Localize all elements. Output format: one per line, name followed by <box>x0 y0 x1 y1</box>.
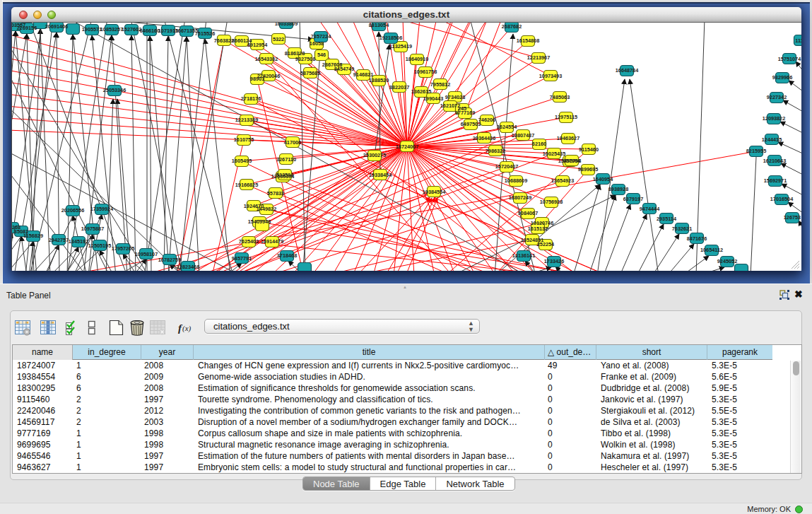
svg-text:9227342: 9227342 <box>767 94 787 100</box>
svg-text:15692971: 15692971 <box>764 177 787 184</box>
svg-text:18724007: 18724007 <box>396 144 418 150</box>
svg-text:1527602: 1527602 <box>122 26 141 33</box>
svg-text:15720407: 15720407 <box>495 163 518 170</box>
svg-text:2867608: 2867608 <box>322 62 342 68</box>
svg-text:20206556: 20206556 <box>61 207 84 214</box>
svg-text:12213967: 12213967 <box>527 54 550 61</box>
svg-text:16648784: 16648784 <box>616 67 639 74</box>
svg-text:7955812: 7955812 <box>430 81 450 88</box>
svg-text:62160: 62160 <box>532 141 546 147</box>
svg-text:8822037: 8822037 <box>389 84 409 90</box>
svg-text:10958107: 10958107 <box>135 251 158 257</box>
svg-text:10654112: 10654112 <box>700 247 723 253</box>
svg-text:3267110: 3267110 <box>276 156 296 163</box>
svg-text:10973493: 10973493 <box>539 73 562 79</box>
svg-text:18640910: 18640910 <box>406 56 428 62</box>
svg-text:1362615: 1362615 <box>411 88 431 95</box>
svg-text:11325419: 11325419 <box>389 43 412 49</box>
svg-text:2687682: 2687682 <box>502 23 522 30</box>
svg-text:2935114: 2935114 <box>657 216 677 222</box>
svg-text:12975115: 12975115 <box>555 114 577 120</box>
svg-text:9899695: 9899695 <box>578 166 598 173</box>
svg-text:17016504: 17016504 <box>770 196 794 202</box>
svg-text:9084067: 9084067 <box>518 210 538 216</box>
svg-text:1605495: 1605495 <box>232 158 252 164</box>
svg-text:6379197: 6379197 <box>623 196 643 202</box>
svg-text:19166825: 19166825 <box>235 182 258 188</box>
svg-text:8938928: 8938928 <box>608 186 628 192</box>
svg-text:18807249: 18807249 <box>509 194 531 201</box>
svg-text:25300275: 25300275 <box>363 152 386 158</box>
svg-text:126753: 126753 <box>784 214 801 221</box>
svg-text:10025435: 10025435 <box>543 151 565 157</box>
svg-text:1388520: 1388520 <box>369 77 389 83</box>
svg-text:9474444: 9474444 <box>640 206 660 212</box>
svg-text:6466160: 6466160 <box>140 28 160 34</box>
svg-text:9457791: 9457791 <box>232 255 252 262</box>
svg-text:8813054: 8813054 <box>369 23 389 28</box>
svg-text:1905571: 1905571 <box>82 26 102 33</box>
svg-text:20364436: 20364436 <box>473 135 495 141</box>
svg-text:16914479: 16914479 <box>261 238 283 245</box>
svg-text:7986322: 7986322 <box>486 148 505 154</box>
svg-text:8912954: 8912954 <box>247 42 268 48</box>
svg-text:557833: 557833 <box>267 190 284 197</box>
svg-text:1615132: 1615132 <box>528 226 548 232</box>
svg-text:9115460: 9115460 <box>579 146 599 153</box>
svg-text:7357224: 7357224 <box>311 33 331 40</box>
svg-text:252254: 252254 <box>537 241 555 247</box>
svg-text:1112: 1112 <box>795 37 801 44</box>
svg-text:10961758: 10961758 <box>414 69 437 75</box>
svg-text:98901: 98901 <box>250 76 264 82</box>
svg-text:533594: 533594 <box>276 172 294 178</box>
svg-text:16782759: 16782759 <box>158 257 181 263</box>
svg-text:546: 546 <box>317 52 326 58</box>
svg-text:8215955: 8215955 <box>746 148 766 154</box>
svg-text:8471676: 8471676 <box>687 235 707 242</box>
svg-text:1156829: 1156829 <box>23 233 43 239</box>
svg-text:7485063: 7485063 <box>550 94 570 100</box>
svg-text:10756928: 10756928 <box>540 199 563 205</box>
svg-text:16154808: 16154808 <box>517 37 539 44</box>
svg-text:9327508: 9327508 <box>295 56 315 62</box>
svg-text:2942757: 2942757 <box>49 237 69 243</box>
svg-text:15751074: 15751074 <box>778 56 801 62</box>
svg-text:15409948: 15409948 <box>248 218 271 225</box>
svg-text:12213389: 12213389 <box>235 117 258 123</box>
svg-text:9777169: 9777169 <box>455 110 475 116</box>
svg-text:3718468: 3718468 <box>277 252 297 259</box>
svg-text:16033809: 16033809 <box>275 23 298 27</box>
svg-text:7632621: 7632621 <box>672 226 692 232</box>
svg-text:14136141: 14136141 <box>512 252 535 259</box>
svg-text:9245052: 9245052 <box>717 258 737 264</box>
svg-text:7625402: 7625402 <box>239 238 259 245</box>
svg-text:12093822: 12093822 <box>763 115 785 122</box>
svg-text:10853257: 10853257 <box>100 26 123 33</box>
svg-text:10688609: 10688609 <box>505 177 527 184</box>
svg-text:12823468: 12823468 <box>177 264 199 270</box>
svg-text:12505195: 12505195 <box>88 243 111 249</box>
svg-text:16210643: 16210643 <box>763 158 786 164</box>
svg-text:1449822: 1449822 <box>257 206 276 212</box>
svg-text:2718176: 2718176 <box>241 95 261 102</box>
svg-text:5875685: 5875685 <box>300 70 320 76</box>
svg-text:16058: 16058 <box>310 40 324 47</box>
svg-text:10807487: 10807487 <box>512 132 534 139</box>
svg-text:5322: 5322 <box>273 36 284 42</box>
svg-text:417006: 417006 <box>284 139 301 146</box>
svg-text:957964: 957964 <box>563 158 581 164</box>
svg-text:3624554: 3624554 <box>497 124 517 130</box>
svg-text:1990443: 1990443 <box>423 95 443 102</box>
svg-text:9329966: 9329966 <box>772 74 792 81</box>
svg-text:19463627: 19463627 <box>557 135 579 141</box>
svg-text:25053346: 25053346 <box>103 87 126 93</box>
svg-text:1244415: 1244415 <box>762 136 782 143</box>
svg-text:17957265: 17957265 <box>112 245 134 252</box>
svg-text:19384554: 19384554 <box>423 189 446 195</box>
svg-text:7515526: 7515526 <box>195 30 215 37</box>
svg-text:19338454: 19338454 <box>369 172 392 178</box>
svg-text:746206: 746206 <box>478 117 495 123</box>
svg-text:20691406: 20691406 <box>45 23 68 30</box>
svg-text:19218506: 19218506 <box>379 35 402 41</box>
svg-text:1640954: 1640954 <box>593 176 613 182</box>
